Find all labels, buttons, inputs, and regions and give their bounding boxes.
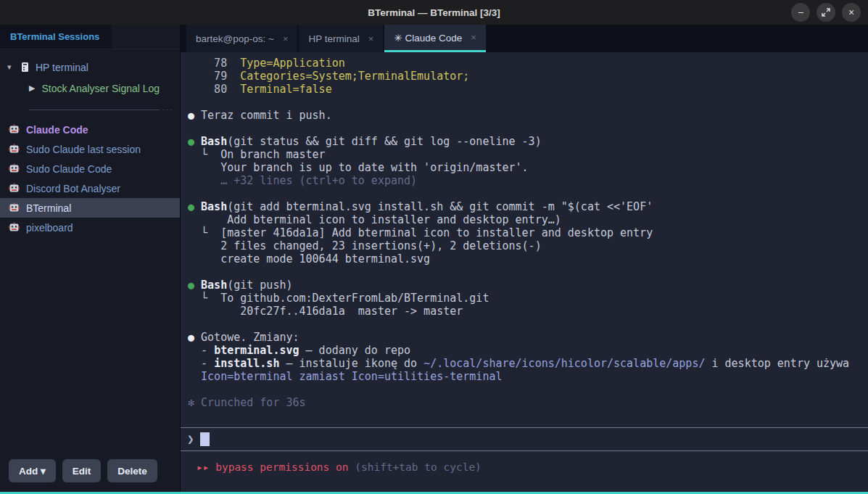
sessions-sidebar: BTerminal Sessions ▾ HP terminal — [0, 25, 181, 492]
terminal-line: create mode 100644 bterminal.svg — [188, 252, 868, 265]
session-item-sudo-claude-code[interactable]: Sudo Claude Code — [0, 159, 180, 178]
sidebar-header-row: BTerminal Sessions — [0, 25, 180, 49]
mode-cycle-hint: (shift+tab to cycle) — [349, 461, 481, 473]
session-item-sudo-claude-last-session[interactable]: Sudo Claude last session — [0, 139, 180, 159]
terminal-line: 2 files changed, 23 insertions(+), 2 del… — [188, 239, 868, 252]
session-label: Sudo Claude Code — [26, 163, 112, 175]
terminal-line — [188, 318, 868, 331]
terminal-line — [188, 187, 868, 200]
caret-down-icon[interactable]: ▾ — [7, 62, 15, 72]
terminal-line — [188, 265, 868, 279]
terminal-line: … +32 lines (ctrl+o to expand) — [188, 174, 868, 187]
terminal-line: 78 Type=Application — [188, 57, 868, 70]
terminal-line: └ To github.com:DexterFromLab/BTerminal.… — [188, 292, 868, 305]
play-triangle-icon: ▶ — [29, 83, 35, 93]
sidebar-divider: ··· — [29, 106, 174, 114]
delete-session-button[interactable]: Delete — [107, 459, 157, 482]
text-cursor — [200, 432, 210, 446]
session-label: Discord Bot Analyser — [26, 183, 120, 194]
session-item-bterminal[interactable]: BTerminal — [0, 198, 180, 218]
terminal-line: Add bterminal icon to installer and desk… — [188, 213, 868, 226]
tab-label: ✳ Claude Code — [394, 32, 462, 44]
session-label: Claude Code — [26, 124, 88, 136]
terminal-output: 78 Type=Application 79 Categories=System… — [181, 52, 868, 427]
computer-icon — [21, 62, 29, 73]
terminal-line: - bterminal.svg — dodany do repo — [188, 344, 868, 357]
terminal-line: 20fc27f..416da1a master -> master — [188, 305, 868, 318]
prompt-chevron-icon: ❯ — [187, 432, 194, 446]
session-label: BTerminal — [26, 202, 71, 214]
terminal-pane: 78 Type=Application 79 Categories=System… — [181, 52, 868, 492]
session-tree: ▾ HP terminal ▶ Stock Analyser Signal Lo… — [0, 49, 180, 99]
robot-icon — [9, 222, 20, 233]
terminal-line: ✻ Crunched for 36s — [188, 396, 868, 409]
edit-session-button[interactable]: Edit — [62, 459, 102, 482]
session-list: Claude Code Sudo Claude last session Sud… — [0, 120, 180, 452]
terminal-line: 80 Terminal=false — [188, 83, 868, 96]
terminal-line: ● Bash(git push) — [188, 279, 868, 292]
robot-icon — [9, 202, 20, 213]
close-button[interactable]: × — [842, 3, 861, 22]
prompt-input[interactable]: ❯ — [181, 427, 868, 451]
robot-icon — [9, 144, 20, 155]
robot-icon — [9, 183, 20, 194]
bterminal-window: BTerminal — BTerminal [3/3] − × BTermina… — [0, 0, 868, 494]
add-session-button[interactable]: Add ▾ — [9, 459, 56, 482]
sidebar-actions: Add ▾ Edit Delete — [0, 452, 180, 492]
main-area: bartek@pop-os: ~×HP terminal×✳ Claude Co… — [181, 25, 868, 492]
tab-label: HP terminal — [308, 33, 359, 44]
terminal-line: ● Teraz commit i push. — [188, 109, 868, 122]
robot-icon — [9, 124, 20, 135]
session-label: Sudo Claude last session — [26, 144, 141, 155]
tab-bar: bartek@pop-os: ~×HP terminal×✳ Claude Co… — [181, 25, 868, 52]
tab-hp-terminal[interactable]: HP terminal× — [299, 25, 383, 52]
terminal-line: └ [master 416da1a] Add bterminal icon to… — [188, 226, 868, 239]
terminal-line: ● Bash(git status && git diff && git log… — [188, 135, 868, 148]
terminal-line: Icon=bterminal zamiast Icon=utilities-te… — [188, 370, 868, 383]
terminal-line: ● Gotowe. Zmiany: — [188, 331, 868, 344]
session-item-discord-bot-analyser[interactable]: Discord Bot Analyser — [0, 178, 180, 198]
terminal-line — [188, 122, 868, 135]
titlebar: BTerminal — BTerminal [3/3] − × — [0, 0, 868, 25]
status-bar: ▸▸ bypass permissions on (shift+tab to c… — [181, 451, 868, 492]
tab-close-icon[interactable]: × — [368, 33, 374, 44]
tree-item-label: HP terminal — [36, 62, 88, 73]
tab-label: bartek@pop-os: ~ — [196, 33, 274, 44]
window-title: BTerminal — BTerminal [3/3] — [368, 7, 500, 18]
robot-icon — [9, 163, 20, 174]
tab-claude-code[interactable]: ✳ Claude Code× — [384, 25, 485, 52]
divider-drag-handle[interactable]: ··· — [162, 106, 174, 114]
terminal-line: ● Bash(git add bterminal.svg install.sh … — [188, 200, 868, 213]
permissions-mode-label: ▸▸ bypass permissions on — [197, 461, 349, 473]
session-item-pixelboard[interactable]: pixelboard — [0, 218, 180, 237]
tab-close-icon[interactable]: × — [283, 33, 289, 44]
session-item-claude-code[interactable]: Claude Code — [0, 120, 180, 139]
terminal-line: - install.sh — instaluje ikonę do ~/.loc… — [188, 357, 868, 370]
window-controls: − × — [791, 3, 861, 22]
terminal-line: └ On branch master — [188, 148, 868, 161]
tree-item-hp-terminal[interactable]: ▾ HP terminal — [0, 57, 180, 78]
divider-line — [29, 110, 160, 110]
tree-item-label: Stock Analyser Signal Log — [41, 83, 160, 94]
minimize-button[interactable]: − — [791, 3, 810, 22]
tab-bartek-pop-os[interactable]: bartek@pop-os: ~× — [186, 25, 297, 52]
resize-arrows-icon — [822, 8, 830, 17]
terminal-line: 79 Categories=System;TerminalEmulator; — [188, 70, 868, 83]
session-label: pixelboard — [26, 222, 73, 234]
terminal-line: Your branch is up to date with 'origin/m… — [188, 161, 868, 174]
sessions-panel-title: BTerminal Sessions — [0, 25, 112, 49]
app-body: BTerminal Sessions ▾ HP terminal — [0, 25, 868, 492]
tab-close-icon[interactable]: × — [471, 32, 476, 43]
maximize-button[interactable] — [817, 3, 835, 22]
terminal-line — [188, 383, 868, 396]
tree-item-stock-analyser-signal-log[interactable]: ▶ Stock Analyser Signal Log — [0, 78, 180, 99]
terminal-line — [188, 96, 868, 109]
